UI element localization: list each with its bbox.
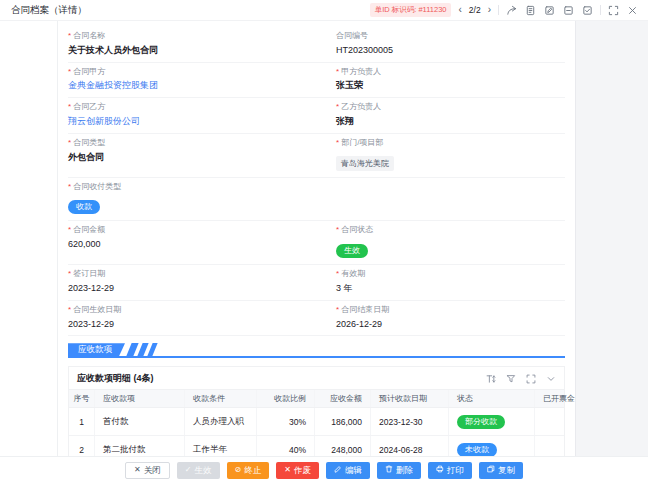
required-mark: * [68,102,71,111]
row-status-badge: 部分收款 [457,415,505,429]
field-amount: *合同金额 620,000 [68,221,336,265]
pager-count: 2/2 [469,5,481,15]
cell-item: 首付款 [95,408,185,435]
required-mark: * [68,182,71,191]
col-date: 预计收款日期 [371,390,449,407]
required-mark: * [68,67,71,76]
divider [600,5,601,15]
fullscreen-icon[interactable] [607,4,620,17]
col-ratio: 收款比例 [257,390,315,407]
table-row[interactable]: 1 首付款 人员办理入职 30% 186,000 2023-12-30 部分收款 [69,408,564,436]
required-mark: * [336,305,339,314]
contract-detail-page: 合同档案（详情） 单ID 标识码: #111230 ‹ 2/2 › [0,0,648,483]
compose-icon[interactable] [543,4,556,17]
field-label: *合同类型 [68,139,336,148]
close-button[interactable]: ✕关闭 [125,462,170,479]
required-mark: * [68,138,71,147]
prohibit-icon: ⊘ [235,466,242,474]
activate-button[interactable]: ✓生效 [177,462,220,479]
cell-date: 2024-06-28 [371,436,449,456]
cell-status: 未收款 [449,436,535,456]
contract-form: *合同名称 关于技术人员外包合同 合同编号 HT202300005 *合同甲方 … [68,27,565,336]
pager-next-icon[interactable]: › [487,5,492,15]
required-mark: * [68,31,71,40]
field-value: 外包合同 [68,152,336,163]
field-label: *签订日期 [68,270,336,279]
pager-prev-icon[interactable]: ‹ [457,5,462,15]
field-label: *合同甲方 [68,68,336,77]
field-label: *有效期 [336,270,565,279]
void-button[interactable]: ✕作废 [276,462,319,479]
filter-icon[interactable] [505,373,516,384]
cell-seq: 2 [69,436,95,456]
document-icon[interactable] [524,4,537,17]
table-row[interactable]: 2 第二批付款 工作半年 40% 248,000 2024-06-28 未收款 [69,436,564,456]
required-mark: * [68,225,71,234]
table-fullscreen-icon[interactable] [525,373,536,384]
trash-icon [385,465,393,475]
department-tag: 青岛海光美院 [336,156,394,171]
table-header-bar: 应收款项明细 (4条) [69,367,564,389]
field-label: *合同生效日期 [68,306,336,315]
collapse-icon[interactable] [545,373,556,384]
field-label: *合同名称 [68,32,336,41]
field-value: 2023-12-29 [68,319,336,330]
required-mark: * [336,102,339,111]
col-condition: 收款条件 [185,390,257,407]
col-amount: 应收金额 [315,390,371,407]
close-icon[interactable] [626,4,639,17]
cell-condition: 工作半年 [185,436,257,456]
table-toolbar [485,373,556,384]
field-validity: *有效期 3 年 [336,265,565,301]
print-button[interactable]: 打印 [428,462,472,479]
approve-icon[interactable] [581,4,594,17]
field-label: *合同状态 [336,226,565,235]
row-height-icon[interactable] [485,373,496,384]
copy-icon [487,465,495,475]
field-contract-no: 合同编号 HT202300005 [336,27,565,63]
field-label: *甲方负责人 [336,68,565,77]
terminate-button[interactable]: ⊘终止 [227,462,270,479]
page-underlay [575,21,648,456]
cell-amount: 248,000 [315,436,371,456]
delete-button[interactable]: 删除 [377,462,421,479]
minimize-icon[interactable] [562,4,575,17]
col-seq: 序号 [69,390,95,407]
page-title: 合同档案（详情） [11,4,87,17]
tab-receivables[interactable]: 应收款项 [68,343,125,356]
field-value: 关于技术人员外包合同 [68,45,336,56]
status-badge: 生效 [336,244,368,258]
field-value: 3 年 [336,283,565,294]
edit-button[interactable]: 编辑 [326,462,370,479]
field-status: *合同状态 生效 [336,221,565,265]
share-icon[interactable] [505,4,518,17]
left-margin [0,21,57,456]
divider [498,5,499,15]
col-status: 状态 [449,390,535,407]
edit-icon [334,465,342,475]
field-value: 张翔 [336,116,565,127]
field-party-a: *合同甲方 金典金融投资控股集团 [68,63,336,99]
field-sign-date: *签订日期 2023-12-29 [68,265,336,301]
field-value: 2026-12-29 [336,319,565,330]
cell-date: 2023-12-30 [371,408,449,435]
required-mark: * [336,67,339,76]
required-mark: * [68,305,71,314]
field-value: HT202300005 [336,45,565,56]
field-label: *合同结束日期 [336,306,565,315]
cell-amount: 186,000 [315,408,371,435]
field-value: 张玉荣 [336,80,565,91]
top-bar: 合同档案（详情） 单ID 标识码: #111230 ‹ 2/2 › [0,0,648,21]
action-bar: ✕关闭 ✓生效 ⊘终止 ✕作废 编辑 删除 打印 复制 [0,456,648,483]
party-b-link[interactable]: 翔云创新股份公司 [68,116,336,127]
field-department: *部门/项目部 青岛海光美院 [336,134,565,178]
field-party-a-owner: *甲方负责人 张玉荣 [336,63,565,99]
party-a-link[interactable]: 金典金融投资控股集团 [68,80,336,91]
field-label: *合同收付类型 [68,183,565,192]
required-mark: * [336,269,339,278]
copy-button[interactable]: 复制 [479,462,523,479]
void-x-icon: ✕ [284,466,291,474]
field-party-b: *合同乙方 翔云创新股份公司 [68,98,336,134]
field-label: *合同金额 [68,226,336,235]
cell-condition: 人员办理入职 [185,408,257,435]
